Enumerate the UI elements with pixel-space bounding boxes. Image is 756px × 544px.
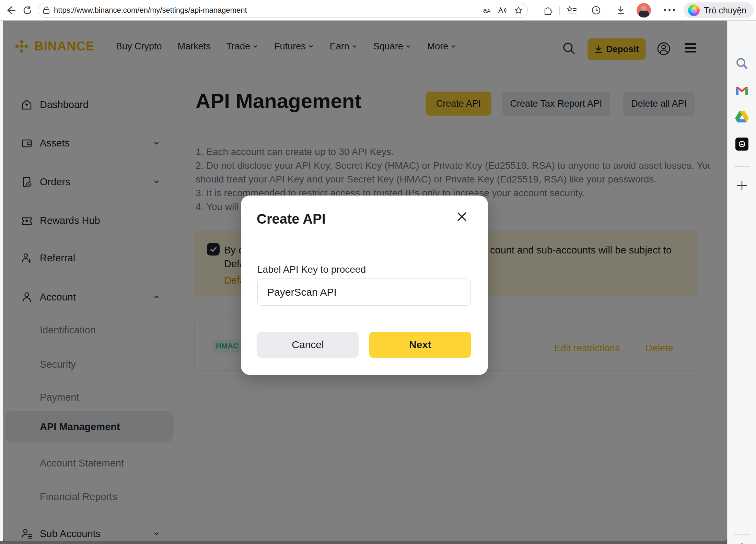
sidebar-divider [734, 166, 750, 167]
browser-menu-icon[interactable] [664, 9, 675, 11]
window-left-edge [0, 21, 3, 541]
sidebar-search-icon[interactable] [735, 56, 749, 71]
toolbar-divider [559, 6, 560, 15]
add-sidebar-item-icon[interactable] [737, 180, 747, 191]
downloads-icon[interactable] [613, 3, 628, 18]
favorites-list-icon[interactable] [564, 3, 579, 18]
extensions-icon[interactable] [540, 3, 556, 18]
url-text[interactable]: https://www.binance.com/en/my/settings/a… [54, 6, 247, 15]
browser-window: https://www.binance.com/en/my/settings/a… [0, 0, 756, 544]
close-icon[interactable] [455, 210, 469, 224]
translate-icon[interactable]: aA [483, 7, 490, 14]
chatgpt-icon[interactable] [735, 138, 748, 151]
cancel-button[interactable]: Cancel [257, 332, 359, 358]
copilot-logo-icon [688, 4, 700, 16]
api-key-label-text: Label API Key to proceed [257, 264, 366, 275]
gmail-icon[interactable] [735, 85, 749, 95]
edge-sidebar [727, 21, 756, 544]
binance-page: BINANCE Buy Crypto Markets Trade Futures… [3, 21, 727, 541]
google-drive-icon[interactable] [735, 110, 749, 123]
settings-gear-icon[interactable] [735, 542, 749, 544]
back-icon[interactable] [3, 3, 18, 18]
browser-profile-avatar[interactable] [637, 3, 651, 17]
copilot-label: Trò chuyện [704, 5, 746, 15]
create-api-modal: Create API Label API Key to proceed Canc… [241, 196, 488, 375]
read-aloud-icon[interactable] [498, 7, 507, 14]
lock-icon [43, 7, 50, 14]
modal-title: Create API [257, 211, 326, 227]
history-icon[interactable] [589, 3, 604, 18]
sidebar-divider-bottom [734, 534, 750, 535]
copilot-button[interactable]: Trò chuyện [684, 2, 754, 18]
next-button[interactable]: Next [369, 332, 471, 358]
address-bar[interactable]: https://www.binance.com/en/my/settings/a… [38, 3, 528, 18]
favorite-star-icon[interactable] [514, 6, 523, 14]
api-key-name-input[interactable] [257, 279, 471, 306]
refresh-icon[interactable] [20, 3, 35, 18]
browser-toolbar: https://www.binance.com/en/my/settings/a… [0, 0, 756, 21]
